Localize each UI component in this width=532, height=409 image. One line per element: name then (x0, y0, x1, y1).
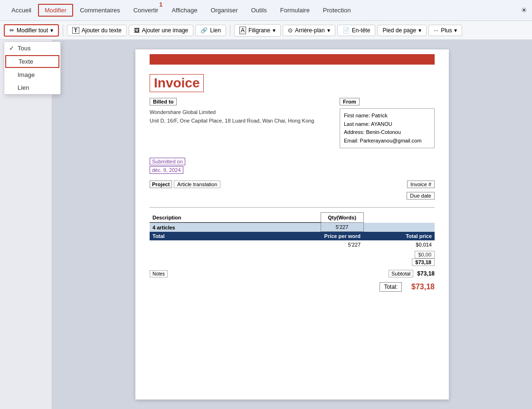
pied-page-label: Pied de page (382, 27, 416, 34)
filigrane-label: Filigrane (248, 27, 270, 34)
arriere-plan-button[interactable]: ⊙ Arrière-plan ▾ (283, 25, 335, 36)
ajouter-image-label: Ajouter une image (142, 27, 188, 34)
separator-2 (230, 25, 230, 36)
invoice-body: Invoice Billed to Wondershare Global Lim… (135, 65, 449, 301)
ajouter-texte-label: Ajouter du texte (82, 27, 122, 34)
link-icon: 🔗 (200, 27, 208, 34)
arriere-plan-icon: ⊙ (288, 27, 293, 34)
menu-protection[interactable]: Protection (316, 4, 358, 17)
project-label: Project (150, 181, 172, 188)
en-tete-label: En-tête (352, 27, 370, 34)
submitted-label: Submitted on (150, 158, 185, 165)
chevron-down-icon: ▾ (50, 27, 53, 34)
from-box: First name: Patrick Last name: AYANOU Ad… (340, 108, 435, 148)
total-label: Total: (380, 282, 402, 292)
total-empty (150, 240, 321, 249)
sub-price-header: Price per word (321, 232, 363, 241)
lien-label: Lien (210, 27, 221, 34)
dropdown-lien[interactable]: Lien (4, 81, 60, 94)
en-tete-button[interactable]: 📄 En-tête (337, 25, 376, 36)
row-total-price: $73,18 (412, 258, 435, 266)
separator-1 (63, 25, 63, 36)
ajouter-image-button[interactable]: 🖼 Ajouter une image (129, 25, 193, 36)
total-amount: $73,18 (411, 283, 435, 291)
project-value: Article translation (174, 181, 220, 188)
dropdown-image[interactable]: Image (4, 68, 60, 81)
invoice-title: Invoice (150, 74, 204, 92)
submitted-section: Submitted on déc. 9, 2024 (150, 158, 435, 174)
subtotal-val: $73,18 (417, 270, 435, 277)
ellipsis-icon: ··· (434, 27, 438, 34)
plus-label: Plus (441, 27, 452, 34)
menu-accueil[interactable]: Accueil (5, 4, 38, 17)
menu-formulaire[interactable]: Formulaire (274, 4, 316, 17)
qty-header: Qty(Words) (321, 213, 363, 223)
articles-row: 4 articles 5'227 (150, 223, 435, 232)
menu-organiser[interactable]: Organiser (204, 4, 244, 17)
modifier-tout-button[interactable]: ✏ Modifier tout ▾ (4, 24, 59, 37)
from-section: From First name: Patrick Last name: AYAN… (340, 98, 435, 148)
dropdown-tous[interactable]: Tous (4, 42, 60, 55)
left-panel (0, 40, 52, 409)
menu-modifier[interactable]: Modifier (38, 4, 73, 17)
en-tete-icon: 📄 (342, 27, 350, 34)
modifier-tout-label: Modifier tout (17, 27, 48, 34)
from-email: Email: Parkerayanou@gmail.com (344, 137, 430, 145)
invoice-num-group: Invoice # (407, 181, 435, 188)
billed-address: Unit D, 16/F, One Capital Place, 18 Luar… (150, 117, 340, 125)
zero-row: $0,00 (150, 251, 435, 258)
document-page: Invoice Billed to Wondershare Global Lim… (135, 49, 449, 399)
due-date-label: Due date (407, 192, 435, 200)
invoice-top-row: Billed to Wondershare Global Limited Uni… (150, 98, 435, 148)
filigrane-icon: A (239, 27, 246, 34)
invoice-table: Description Qty(Words) 4 articles 5'227 (150, 212, 435, 249)
total-row: 5'227 $0,014 (150, 240, 435, 249)
menu-affichage[interactable]: Affichage (165, 4, 204, 17)
arriere-plan-label: Arrière-plan (295, 27, 325, 34)
project-invoice-row: Project Article translation Invoice # (150, 181, 435, 188)
chevron-down-pied: ▾ (418, 27, 421, 34)
notes-label: Notes (150, 270, 168, 277)
from-lastname: Last name: AYANOU (344, 120, 430, 129)
from-label: From (340, 98, 360, 105)
ajouter-texte-button[interactable]: T Ajouter du texte (67, 25, 127, 36)
sub-header-row: Total Price per word Total price (150, 232, 435, 241)
articles-qty: 5'227 (321, 223, 363, 232)
row-price-word: $0,014 (363, 240, 435, 249)
empty-header (363, 213, 435, 223)
pied-page-button[interactable]: Pied de page ▾ (377, 25, 427, 36)
from-firstname: First name: Patrick (344, 112, 430, 120)
sub-total-price-header: Total price (363, 232, 435, 241)
plus-button[interactable]: ··· Plus ▾ (428, 25, 462, 36)
invoice-divider (150, 207, 435, 208)
billed-info: Wondershare Global Limited Unit D, 16/F,… (150, 108, 340, 125)
row-total-qty: 5'227 (321, 240, 363, 249)
chevron-down-plus: ▾ (454, 27, 457, 34)
modifier-tout-container: ✏ Modifier tout ▾ Tous Texte Image Lien (4, 24, 59, 37)
filigrane-button[interactable]: A Filigrane ▾ (234, 24, 281, 37)
menu-outils[interactable]: Outils (245, 4, 274, 17)
text-icon: T (72, 27, 79, 34)
image-icon: 🖼 (134, 27, 140, 34)
toolbar: ✏ Modifier tout ▾ Tous Texte Image Lien … (0, 21, 532, 40)
menu-bar: 1 Accueil Modifier Commentaires Converti… (0, 0, 532, 21)
menu-commentaires[interactable]: Commentaires (73, 4, 127, 17)
lien-button[interactable]: 🔗 Lien (195, 25, 226, 36)
billed-name: Wondershare Global Limited (150, 108, 340, 117)
invoice-num-label: Invoice # (407, 181, 435, 188)
badge-1: 1 (159, 1, 162, 8)
notes-subtotal-row: Notes Subtotal $73,18 (150, 270, 435, 277)
modifier-tout-dropdown: Tous Texte Image Lien (4, 41, 61, 95)
total-section: Total: $73,18 (150, 282, 435, 292)
billed-to-label: Billed to (150, 98, 177, 105)
billed-section: Billed to Wondershare Global Limited Uni… (150, 98, 340, 148)
subtotal-label: Subtotal (389, 270, 413, 277)
dropdown-texte[interactable]: Texte (5, 55, 59, 68)
submitted-date: déc. 9, 2024 (150, 166, 183, 174)
due-date-row: Due date (150, 192, 435, 200)
articles-label: 4 articles (150, 223, 321, 232)
pencil-icon: ✏ (10, 27, 14, 34)
sun-icon[interactable]: ☀ (521, 6, 527, 15)
chevron-down-arriere: ▾ (327, 27, 330, 34)
desc-header: Description (150, 213, 321, 223)
